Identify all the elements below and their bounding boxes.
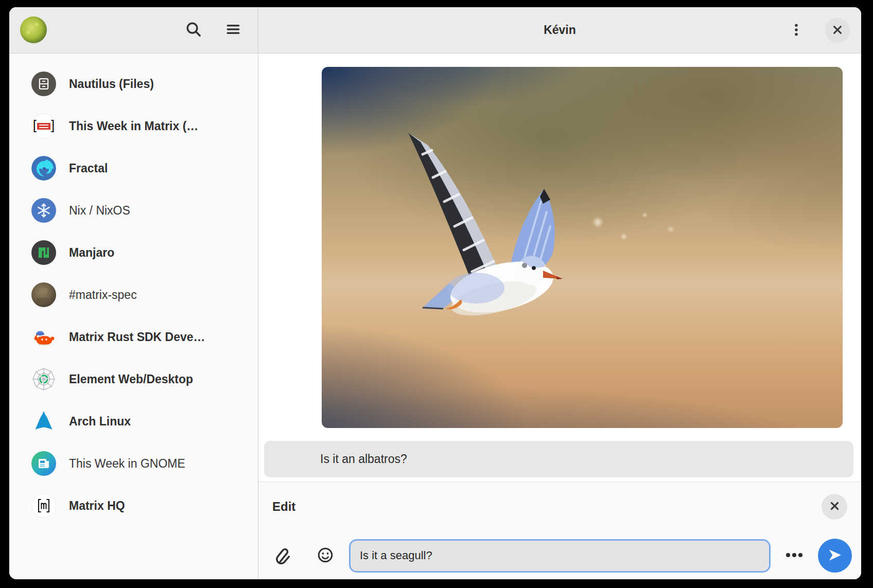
three-dot-menu-icon: [789, 22, 804, 39]
room-name: This Week in GNOME: [69, 457, 185, 471]
room-name: Nix / NixOS: [69, 204, 130, 218]
sidebar-item-manjaro[interactable]: Manjaro: [9, 231, 258, 274]
sidebar-item-element[interactable]: Element Web/Desktop: [9, 358, 258, 400]
message-input[interactable]: [349, 539, 771, 573]
twig-avatar: [31, 451, 56, 476]
chat-pane: Kévin: [258, 7, 861, 579]
smiley-icon: [317, 546, 334, 565]
close-icon: [832, 24, 843, 37]
message-text: Is it an albatros?: [320, 452, 407, 466]
sidebar-item-matrix-rust-sdk[interactable]: Matrix Rust SDK Deve…: [9, 316, 258, 358]
seagull-illustration: [322, 67, 843, 428]
search-button[interactable]: [184, 21, 203, 39]
sidebar: Nautilus (Files) [] This Week in Matrix …: [9, 7, 258, 579]
sidebar-item-arch-linux[interactable]: Arch Linux: [9, 400, 258, 442]
room-name: #matrix-spec: [69, 288, 137, 302]
emoji-button[interactable]: [316, 546, 335, 565]
room-list: Nautilus (Files) [] This Week in Matrix …: [9, 54, 258, 527]
cancel-edit-button[interactable]: [822, 494, 847, 520]
room-name: Arch Linux: [69, 415, 131, 429]
room-name: Matrix HQ: [69, 499, 125, 513]
close-window-button[interactable]: [825, 18, 850, 43]
room-name: Fractal: [69, 162, 108, 175]
room-name: Nautilus (Files): [69, 77, 154, 91]
sidebar-item-twig[interactable]: This Week in GNOME: [9, 442, 258, 485]
chat-title: Kévin: [544, 23, 576, 37]
message-history: Is it an albatros? Edit: [258, 54, 861, 579]
sidebar-item-matrix-spec[interactable]: #matrix-spec: [9, 274, 258, 316]
room-name: This Week in Matrix (…: [69, 119, 198, 133]
manjaro-avatar: [31, 240, 56, 265]
ellipsis-icon: [784, 550, 804, 562]
user-avatar[interactable]: [20, 16, 47, 43]
matrix-spec-avatar: [31, 282, 56, 307]
message-image-seagull[interactable]: [322, 67, 843, 428]
chat-header: Kévin: [258, 7, 861, 54]
sidebar-header: [9, 7, 258, 54]
ferris-crab-avatar: [31, 325, 56, 349]
sidebar-item-nautilus[interactable]: Nautilus (Files): [9, 63, 258, 105]
close-icon: [829, 501, 840, 513]
edit-bar: Edit: [258, 482, 861, 531]
room-name: Element Web/Desktop: [69, 372, 193, 386]
main-menu-button[interactable]: [224, 21, 242, 39]
fractal-avatar: [31, 156, 56, 181]
attach-file-button[interactable]: [274, 546, 292, 565]
room-menu-button[interactable]: [787, 21, 806, 40]
composer: [258, 531, 861, 579]
twim-avatar: []: [31, 114, 56, 138]
sidebar-item-fractal[interactable]: Fractal: [9, 147, 258, 189]
room-name: Manjaro: [69, 246, 114, 260]
edit-panel: Edit: [258, 482, 861, 579]
edit-label: Edit: [272, 500, 295, 514]
matrix-hq-avatar: [31, 493, 56, 518]
sidebar-item-matrix-hq[interactable]: Matrix HQ: [9, 485, 258, 527]
hamburger-menu-icon: [225, 21, 241, 39]
message-bubble-editing[interactable]: Is it an albatros?: [264, 441, 853, 477]
send-button[interactable]: [818, 539, 852, 573]
element-web-avatar: [31, 367, 56, 391]
arch-linux-avatar: [31, 409, 56, 434]
paperclip-icon: [274, 546, 292, 566]
nixos-avatar: [31, 198, 56, 223]
nautilus-avatar: [31, 72, 56, 96]
sidebar-item-nixos[interactable]: Nix / NixOS: [9, 189, 258, 231]
sidebar-item-twim[interactable]: [] This Week in Matrix (…: [9, 105, 258, 147]
paper-plane-send-icon: [827, 547, 843, 565]
fractal-app-window: Nautilus (Files) [] This Week in Matrix …: [9, 7, 861, 579]
search-icon: [185, 21, 202, 40]
room-name: Matrix Rust SDK Deve…: [69, 330, 205, 344]
more-options-button[interactable]: [783, 546, 806, 565]
